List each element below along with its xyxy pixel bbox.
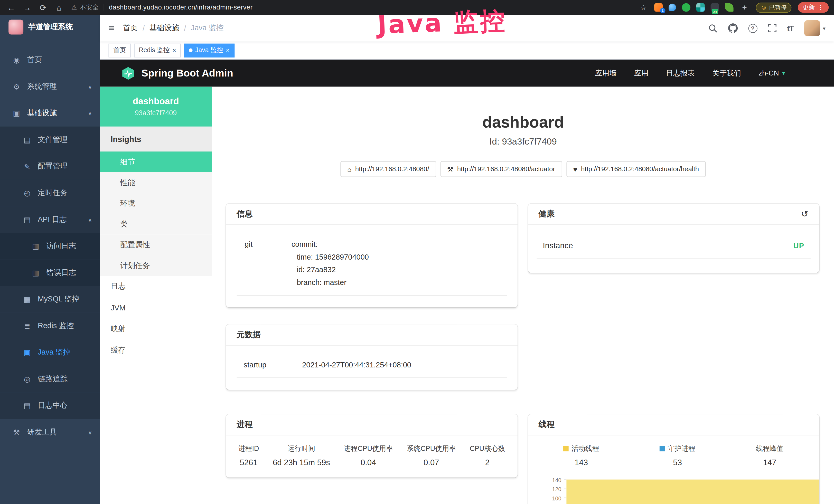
instance-header[interactable]: dashboard 93a3fc7f7409: [100, 87, 212, 127]
fullscreen-icon[interactable]: [768, 24, 776, 32]
close-icon[interactable]: ×: [226, 47, 230, 53]
extension-drop-icon[interactable]: [668, 4, 676, 11]
sba-item-config-props[interactable]: 配置属性: [100, 234, 212, 255]
locale-selector[interactable]: zh-CN ▾: [759, 69, 785, 77]
stat-value: 2: [470, 458, 505, 467]
sidebar-item-error-logs[interactable]: ▥ 错误日志: [0, 259, 100, 286]
health-card: 健康 ↺ Instance UP: [528, 204, 819, 273]
sba-nav-about[interactable]: 关于我们: [712, 68, 741, 78]
active-tab-dot: [189, 48, 192, 52]
sidebar-item-redis-monitor[interactable]: ≣ Redis 监控: [0, 313, 100, 339]
health-instance-row[interactable]: Instance UP: [536, 237, 810, 259]
wrench-icon: ⚒: [447, 165, 453, 173]
close-icon[interactable]: ×: [172, 47, 176, 53]
app-logo[interactable]: 芋道管理系统: [0, 15, 100, 39]
extension-grid-icon[interactable]: [696, 3, 705, 12]
user-avatar[interactable]: [804, 20, 820, 36]
sidebar-item-access-logs[interactable]: ▥ 访问日志: [0, 233, 100, 259]
paused-label: 已暂停: [769, 3, 787, 11]
sba-item-mappings[interactable]: 映射: [100, 318, 212, 340]
extension-orange-icon[interactable]: 1: [654, 3, 663, 12]
breadcrumb-infrastructure[interactable]: 基础设施: [150, 23, 179, 33]
sidebar-item-scheduled-tasks[interactable]: ◴ 定时任务: [0, 180, 100, 206]
tab-home[interactable]: 首页: [108, 43, 131, 57]
sba-nav-journal[interactable]: 日志报表: [666, 68, 695, 78]
github-icon[interactable]: [728, 23, 738, 33]
tab-redis-monitor[interactable]: Redis 监控 ×: [134, 43, 181, 57]
info-value: commit: time: 1596289704000 id: 27aa832 …: [291, 238, 369, 289]
app-title: 芋道管理系统: [28, 22, 73, 32]
sidebar-item-label: 首页: [27, 55, 42, 65]
git-branch-line: branch: master: [291, 276, 369, 289]
extension-tampermonkey-icon[interactable]: on: [710, 3, 719, 12]
sba-item-caches[interactable]: 缓存: [100, 340, 212, 361]
forward-icon[interactable]: →: [22, 3, 32, 11]
paused-badge[interactable]: ☺ 已暂停: [756, 2, 791, 12]
sidebar-item-java-monitor[interactable]: ▣ Java 监控: [0, 339, 100, 366]
omnibox-divider: [104, 4, 104, 11]
avatar-caret-icon[interactable]: ▾: [823, 25, 825, 31]
sba-item-performance[interactable]: 性能: [100, 172, 212, 193]
clock-icon: ◴: [21, 189, 33, 197]
history-icon[interactable]: ↺: [801, 208, 809, 220]
sba-item-classes[interactable]: 类: [100, 214, 212, 234]
bookmark-star-icon[interactable]: ☆: [639, 4, 648, 11]
sba-item-logs[interactable]: 日志: [100, 276, 212, 297]
tab-java-monitor[interactable]: Java 监控 ×: [184, 43, 235, 57]
search-icon[interactable]: [708, 24, 717, 32]
security-label[interactable]: 不安全: [80, 3, 99, 12]
update-label: 更新: [803, 3, 815, 11]
link-health-url[interactable]: ♥ http://192.168.0.2:48080/actuator/heal…: [566, 161, 706, 177]
process-card: 进程 进程ID 5261 运行时间 6d 23h 15m 59s: [226, 414, 517, 477]
chart-plot-area: [566, 474, 819, 504]
font-size-icon[interactable]: tT: [787, 24, 793, 32]
sba-content: dashboard Id: 93a3fc7f7409 ⌂ http://192.…: [212, 87, 834, 504]
chart-y-axis: 140 120 100: [528, 474, 566, 504]
back-icon[interactable]: ←: [6, 3, 16, 11]
sidebar-item-label: 链路追踪: [38, 374, 68, 384]
active-threads-area: [566, 480, 819, 504]
sidebar-item-mysql-monitor[interactable]: ▦ MySQL 监控: [0, 286, 100, 313]
sba-item-scheduled-tasks[interactable]: 计划任务: [100, 255, 212, 276]
browser-home-icon[interactable]: ⌂: [54, 3, 64, 11]
sidebar-item-system-management[interactable]: ⚙ 系统管理 ∨: [0, 73, 100, 100]
document-icon: ▤: [21, 401, 33, 410]
sba-item-jvm[interactable]: JVM: [100, 297, 212, 319]
sidebar-item-home[interactable]: ◉ 首页: [0, 47, 100, 73]
git-id-line: id: 27aa832: [291, 263, 369, 276]
stat-value: 5261: [238, 458, 259, 467]
sidebar-item-api-logs[interactable]: ▤ API 日志 ∧: [0, 206, 100, 233]
sidebar-menu: ◉ 首页 ⚙ 系统管理 ∨ ▣ 基础设施 ∧ ▤ 文件管理: [0, 39, 100, 445]
instance-name: dashboard: [133, 96, 179, 107]
reload-icon[interactable]: ⟳: [38, 3, 48, 11]
extension-badge: 1: [660, 8, 665, 13]
metadata-startup-row: startup 2021-04-27T00:44:31.254+08:00: [237, 359, 507, 378]
sidebar-item-config-management[interactable]: ✎ 配置管理: [0, 153, 100, 180]
breadcrumb-home[interactable]: 首页: [123, 23, 138, 33]
hamburger-icon[interactable]: ≡: [108, 22, 114, 34]
sidebar-item-file-management[interactable]: ▤ 文件管理: [0, 127, 100, 153]
extension-spark-icon[interactable]: ✦: [740, 4, 749, 11]
sidebar-item-log-center[interactable]: ▤ 日志中心: [0, 392, 100, 419]
sidebar-item-dev-tools[interactable]: ⚒ 研发工具 ∨: [0, 419, 100, 446]
extension-green-icon[interactable]: [682, 3, 690, 12]
help-icon[interactable]: ?: [748, 24, 757, 32]
chevron-down-icon: ∨: [88, 84, 92, 90]
link-root-url[interactable]: ⌂ http://192.168.0.2:48080/: [340, 161, 436, 177]
extension-leaf-icon[interactable]: [725, 3, 733, 12]
sba-nav-wallboard[interactable]: 应用墙: [595, 68, 617, 78]
sidebar-item-link-tracing[interactable]: ◎ 链路追踪: [0, 366, 100, 393]
update-button[interactable]: 更新 ⋮: [798, 2, 829, 13]
browser-menu-kebab-icon[interactable]: ⋮: [817, 4, 824, 11]
app-logo-image: [8, 20, 23, 35]
layers-icon: ≣: [21, 322, 33, 330]
stat-value: 0.04: [344, 458, 393, 467]
sidebar-item-infrastructure[interactable]: ▣ 基础设施 ∧: [0, 100, 100, 127]
sba-item-environment[interactable]: 环境: [100, 193, 212, 214]
link-actuator-url[interactable]: ⚒ http://192.168.0.2:48080/actuator: [440, 161, 562, 177]
sba-nav-applications[interactable]: 应用: [634, 68, 649, 78]
app-sidebar: 芋道管理系统 ◉ 首页 ⚙ 系统管理 ∨ ▣ 基础设施 ∧ ▤: [0, 15, 100, 504]
sba-item-details[interactable]: 细节: [100, 152, 212, 172]
address-bar[interactable]: ⚠ 不安全 dashboard.yudao.iocoder.cn/infra/a…: [71, 3, 253, 12]
threads-chart: 140 120 100: [528, 474, 819, 504]
